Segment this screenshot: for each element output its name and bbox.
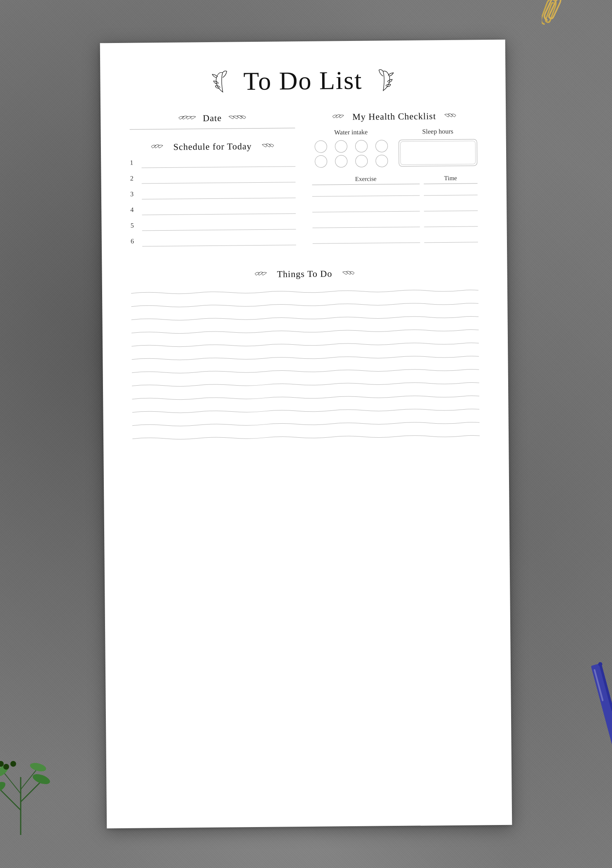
exercise-row-3 (312, 217, 478, 228)
things-wavy-line-1 (131, 286, 478, 294)
things-wavy-line-6 (131, 352, 479, 360)
schedule-num-3: 3 (130, 191, 137, 200)
schedule-items-list: 1 2 3 4 5 (130, 157, 296, 246)
things-lines-container (131, 286, 480, 439)
date-laurel-right-icon (226, 113, 246, 123)
water-circle-2[interactable] (335, 140, 347, 153)
date-section: Date (129, 112, 295, 129)
things-wavy-line-7 (132, 365, 479, 373)
exercise-section: Exercise Time (312, 174, 478, 243)
health-label: My Health Checklist (352, 111, 436, 122)
svg-line-2 (21, 781, 41, 802)
time-line-3 (424, 217, 478, 227)
schedule-section-header: Schedule for Today (130, 141, 295, 153)
schedule-line-5 (142, 220, 296, 231)
water-circle-6[interactable] (335, 155, 347, 167)
health-laurel-left-icon (332, 112, 348, 122)
things-wavy-line-9 (132, 392, 479, 400)
schedule-item: 4 (130, 205, 296, 215)
water-intake-section: Water intake (312, 128, 391, 168)
schedule-item: 2 (130, 173, 296, 184)
water-circle-4[interactable] (375, 140, 387, 152)
schedule-section: Schedule for Today 1 (130, 141, 296, 246)
schedule-num-6: 6 (131, 238, 137, 247)
left-column: Date (129, 112, 296, 253)
schedule-laurel-right-icon (256, 141, 275, 151)
pen-decoration (578, 652, 612, 861)
schedule-num-1: 1 (130, 159, 136, 168)
schedule-item: 5 (131, 220, 296, 231)
date-label: Date (203, 113, 222, 124)
schedule-num-5: 5 (131, 222, 137, 231)
health-section: My Health Checklist Water intake (311, 110, 478, 243)
svg-line-1 (0, 789, 21, 810)
water-circles-grid (312, 140, 391, 168)
water-sleep-grid: Water intake Sleep h (312, 127, 478, 167)
exercise-header: Exercise Time (312, 174, 478, 185)
page-title: To Do List (243, 66, 362, 96)
things-laurel-left-icon (254, 269, 273, 279)
things-wavy-line-10 (132, 405, 479, 413)
things-wavy-line-11 (132, 418, 480, 426)
right-title-leaf-icon (371, 68, 396, 93)
time-line-1 (424, 186, 478, 196)
sleep-label: Sleep hours (399, 127, 477, 136)
title-section: To Do List (129, 64, 477, 97)
exercise-line-4 (313, 234, 420, 244)
health-laurel-right-icon (440, 111, 457, 121)
schedule-line-1 (141, 157, 295, 168)
svg-line-3 (4, 773, 21, 794)
svg-rect-12 (591, 663, 612, 818)
things-wavy-line-3 (131, 312, 478, 320)
exercise-line-2 (312, 203, 420, 212)
things-wavy-line-2 (131, 299, 478, 307)
things-wavy-line-5 (131, 339, 479, 347)
things-label: Things To Do (277, 268, 332, 279)
health-section-header: My Health Checklist (311, 110, 477, 122)
schedule-label: Schedule for Today (173, 141, 252, 153)
svg-point-8 (29, 761, 47, 773)
things-wavy-line-4 (131, 326, 479, 334)
exercise-row-1 (312, 186, 478, 196)
date-section-header: Date (129, 112, 295, 124)
main-content-grid: Date (129, 110, 478, 253)
things-section: Things To Do (131, 267, 480, 439)
time-col-label: Time (424, 174, 478, 184)
schedule-line-3 (142, 189, 296, 199)
right-column: My Health Checklist Water intake (311, 110, 478, 252)
svg-point-10 (10, 761, 16, 767)
paper-document: To Do List (100, 40, 512, 828)
exercise-line-3 (312, 218, 420, 228)
date-laurel-left-icon (178, 113, 198, 124)
left-title-leaf-icon (210, 69, 235, 94)
things-wavy-line-12 (132, 432, 480, 439)
exercise-line-1 (312, 187, 420, 197)
time-line-2 (424, 202, 478, 211)
water-circle-3[interactable] (355, 140, 367, 153)
water-circle-7[interactable] (355, 155, 368, 167)
schedule-item: 3 (130, 189, 296, 199)
things-wavy-line-8 (132, 379, 479, 386)
water-circle-5[interactable] (315, 155, 327, 168)
water-label: Water intake (312, 128, 390, 136)
schedule-item: 1 (130, 157, 295, 168)
sleep-hours-section: Sleep hours (399, 127, 478, 167)
exercise-row-4 (313, 233, 478, 243)
svg-point-9 (3, 764, 9, 770)
plant-decoration (0, 727, 58, 835)
schedule-item: 6 (131, 236, 296, 246)
schedule-num-4: 4 (130, 206, 137, 215)
time-line-4 (424, 233, 478, 243)
sleep-hours-box[interactable] (399, 139, 478, 167)
date-underline (130, 128, 295, 129)
schedule-num-2: 2 (130, 175, 137, 184)
schedule-line-2 (142, 173, 296, 184)
svg-point-6 (31, 772, 51, 786)
exercise-row-2 (312, 202, 478, 212)
schedule-line-4 (142, 205, 296, 215)
svg-point-11 (0, 761, 4, 767)
paperclip-decoration (542, 0, 579, 29)
water-circle-8[interactable] (375, 155, 388, 167)
schedule-line-6 (142, 236, 296, 246)
water-circle-1[interactable] (314, 141, 327, 153)
